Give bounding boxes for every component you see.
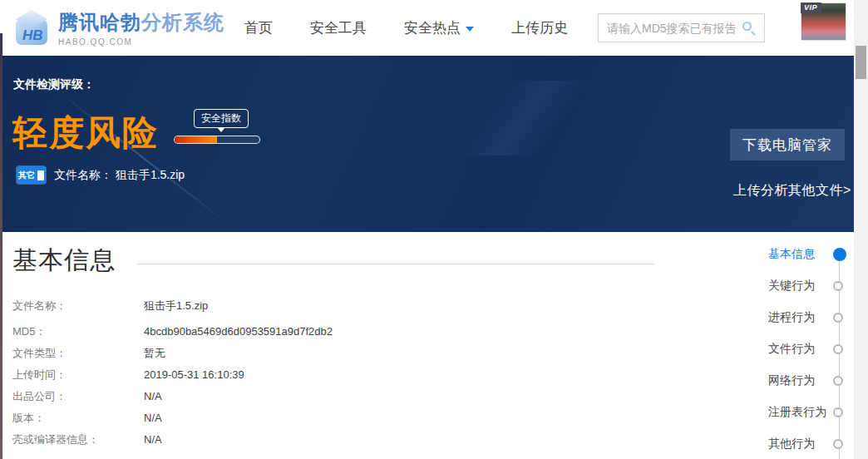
nav-item-upload-history[interactable]: 上传历史 [511, 18, 568, 37]
field-row-version: 版本： N/A [0, 407, 854, 428]
document-icon [37, 170, 44, 180]
nav-item-security-tools-label: 安全工具 [310, 18, 367, 37]
file-type-icon-label: 其它 [18, 170, 35, 181]
anchor-label: 关键行为 [768, 279, 815, 294]
main-nav: 首页 安全工具 安全热点 上传历史 [244, 18, 568, 37]
anchor-dot [833, 313, 843, 323]
md5-search-input[interactable] [607, 22, 742, 35]
site-title: 腾讯哈勃分析系统 [58, 9, 224, 36]
anchor-label: 网络行为 [768, 373, 815, 388]
field-value: 暂无 [144, 346, 165, 361]
search-icon[interactable] [742, 22, 756, 35]
anchor-dot [833, 407, 843, 417]
scrollbar-thumb[interactable] [856, 46, 866, 79]
field-value: N/A [144, 412, 162, 424]
field-row-upload-time: 上传时间： 2019-05-31 16:10:39 [0, 364, 854, 385]
anchor-label: 进程行为 [768, 310, 815, 325]
habo-analysis-page: HB 腾讯哈勃分析系统 HABO.QQ.COM 首页 安全工具 安全热点 上传历… [0, 0, 868, 459]
field-label: 文件类型： [12, 346, 144, 361]
basic-info-section: 基本信息 文件名称： 狙击手1.5.zip MD5： 4bcdb90ba5469… [0, 232, 854, 459]
basic-info-heading-row: 基本信息 [0, 232, 854, 278]
field-value: 2019-05-31 16:10:39 [144, 368, 244, 381]
chevron-down-icon [466, 27, 474, 32]
safety-index-tooltip: 安全指数 [194, 109, 249, 128]
top-header: HB 腾讯哈勃分析系统 HABO.QQ.COM 首页 安全工具 安全热点 上传历… [0, 0, 854, 56]
anchor-file-behavior[interactable]: 文件行为 [768, 338, 854, 361]
field-value: N/A [144, 433, 162, 446]
banner-file-name: 文件名称： 狙击手1.5.zip [54, 168, 185, 183]
field-label: 出品公司： [12, 389, 144, 404]
anchor-label: 其他行为 [768, 437, 815, 452]
safety-index-fill [175, 136, 217, 143]
basic-info-fields: 文件名称： 狙击手1.5.zip MD5： 4bcdb90ba5469d6d09… [0, 295, 854, 450]
safety-index-bar [174, 136, 260, 144]
anchor-other-behavior[interactable]: 其他行为 [768, 432, 854, 456]
site-logo[interactable]: HB 腾讯哈勃分析系统 HABO.QQ.COM [12, 8, 234, 48]
anchor-label: 注册表行为 [768, 405, 826, 420]
heading-divider [137, 264, 654, 264]
upload-other-file-link[interactable]: 上传分析其他文件> [733, 182, 851, 200]
site-domain: HABO.QQ.COM [58, 37, 224, 47]
nav-item-security-tools[interactable]: 安全工具 [310, 18, 367, 37]
rating-row: 轻度风险 安全指数 [12, 114, 260, 152]
anchor-registry-behavior[interactable]: 注册表行为 [768, 401, 854, 424]
section-title: 基本信息 [12, 244, 116, 278]
field-value: N/A [144, 390, 162, 402]
user-avatar[interactable]: VIP [801, 2, 846, 41]
file-type-icon: 其它 [17, 166, 46, 184]
download-pc-manager-button[interactable]: 下载电脑管家 [730, 129, 845, 160]
anchor-basic-info[interactable]: 基本信息 [768, 243, 854, 266]
vertical-scrollbar[interactable] [854, 0, 868, 459]
logo-text: 腾讯哈勃分析系统 HABO.QQ.COM [58, 9, 224, 47]
safety-index: 安全指数 [174, 136, 260, 144]
section-anchor-nav: 基本信息 关键行为 进程行为 文件行为 网络行为 注册表行为 其他行为 [768, 243, 854, 459]
field-label: 壳或编译器信息： [12, 432, 144, 447]
anchor-dot [833, 281, 843, 291]
site-title-secondary: 分析系统 [141, 11, 224, 33]
risk-rating: 轻度风险 [12, 114, 159, 152]
anchor-process-behavior[interactable]: 进程行为 [768, 306, 854, 329]
nav-item-home-label: 首页 [244, 18, 273, 37]
field-label: 上传时间： [12, 368, 144, 382]
banner-file-row: 其它 文件名称： 狙击手1.5.zip [17, 166, 185, 184]
md5-search-box [598, 13, 765, 42]
rating-label: 文件检测评级： [13, 77, 95, 92]
anchor-dot [833, 376, 843, 386]
field-label: 文件名称： [12, 299, 144, 313]
banner-file-name-label: 文件名称： [54, 168, 112, 181]
detection-banner: 文件检测评级： 轻度风险 安全指数 其它 文件名称： 狙击手1.5.zip 下载… [0, 56, 854, 232]
field-label: 版本： [12, 411, 144, 426]
field-row-file-type: 文件类型： 暂无 [0, 343, 854, 363]
nav-item-security-hotspots-label: 安全热点 [404, 18, 461, 37]
field-row-md5: MD5： 4bcdb90ba5469d6d0953591a9d7f2db2 [0, 321, 854, 342]
anchor-label: 基本信息 [768, 247, 815, 262]
anchor-dot [833, 344, 843, 354]
field-row-packer-info: 壳或编译器信息： N/A [0, 429, 854, 450]
field-value: 4bcdb90ba5469d6d0953591a9d7f2db2 [144, 325, 333, 338]
field-label: MD5： [12, 324, 144, 339]
banner-decor-glow [349, 81, 698, 155]
anchor-label: 文件行为 [768, 342, 815, 357]
field-row-file-name: 文件名称： 狙击手1.5.zip [0, 295, 854, 316]
field-row-company: 出品公司： N/A [0, 386, 854, 407]
site-title-primary: 腾讯哈勃 [58, 11, 141, 33]
window-left-edge [0, 33, 2, 459]
anchor-network-behavior[interactable]: 网络行为 [768, 369, 854, 392]
banner-file-name-value: 狙击手1.5.zip [116, 168, 185, 181]
svg-text:HB: HB [22, 27, 43, 43]
habo-cube-logo-icon: HB [12, 8, 52, 48]
anchor-dot [833, 439, 843, 449]
anchor-key-behavior[interactable]: 关键行为 [768, 274, 854, 298]
field-value: 狙击手1.5.zip [144, 299, 208, 313]
nav-item-security-hotspots[interactable]: 安全热点 [404, 18, 474, 37]
anchor-dot-filled [833, 248, 846, 261]
nav-item-upload-history-label: 上传历史 [511, 18, 568, 37]
nav-item-home[interactable]: 首页 [244, 18, 273, 37]
vip-badge: VIP [801, 2, 821, 13]
